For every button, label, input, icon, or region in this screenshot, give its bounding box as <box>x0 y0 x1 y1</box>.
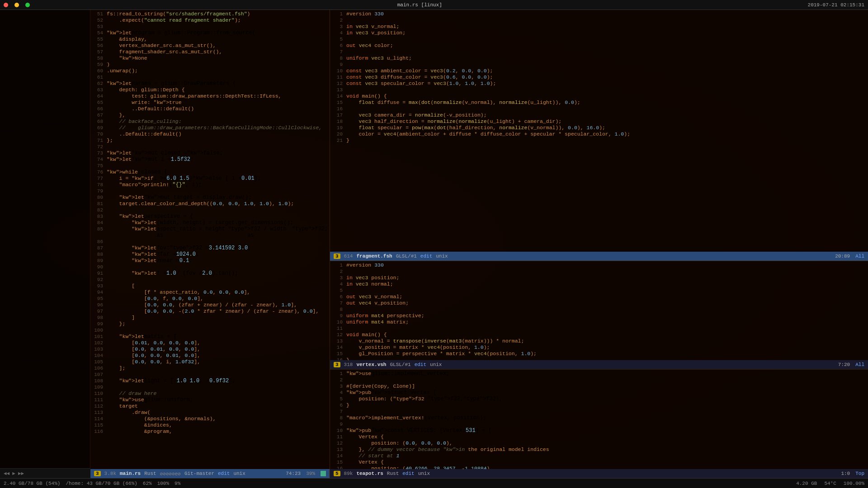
line-content: } <box>346 402 349 408</box>
table-row: 113 .draw( <box>90 409 330 416</box>
table-row: 6 out vec3 v_normal; <box>330 294 868 300</box>
line-content: "kw">let <box>107 251 156 258</box>
line-number: 75 <box>92 163 107 169</box>
table-row: 8 <box>330 306 868 313</box>
media-controls[interactable]: ◀◀ ▶ ▶▶ <box>0 468 90 478</box>
line-number: 64 <box>92 93 107 99</box>
table-row: 18 vec3 half_direction = normalize(norma… <box>330 118 868 125</box>
memory-info: 2.40 GB/78 GB (54%) <box>4 481 60 486</box>
line-number: 78 <box>92 182 107 188</box>
table-row: 92 <box>90 277 330 283</box>
pane-filename-vert: vertex.vsh <box>356 362 386 367</box>
pane-num-teapot: 5 <box>334 471 340 476</box>
scroll-indicator <box>321 471 326 476</box>
line-number: 106 <box>92 365 107 371</box>
home-info: /home: 43 GB/70 GB (66%) <box>66 481 137 486</box>
pane-size: 3.8k <box>104 471 116 476</box>
pane-teapot-rs: 1 "kw">use glium::implement_vertex; 2 3 … <box>330 370 868 478</box>
line-content: } <box>346 137 349 144</box>
line-content: // start at 1 <box>346 453 399 459</box>
line-content: #version 330 <box>346 11 384 17</box>
table-row: 107 <box>90 371 330 378</box>
table-row: 16 } <box>330 357 868 360</box>
title-bar: main.rs [linux] 2019-07-21 02:15:31 <box>0 0 868 10</box>
table-row: 91 "kw">let f = 1.0 / (fov / 2.0).tan(); <box>90 270 330 277</box>
code-area-teapot[interactable]: 1 "kw">use glium::implement_vertex; 2 3 … <box>330 370 868 469</box>
table-row: 1 "kw">use glium::implement_vertex; <box>330 371 868 377</box>
line-number: 2 <box>332 377 346 383</box>
line-number: 80 <box>92 194 107 201</box>
line-content: [0.01, 0.0, 0.0, 0.0], <box>107 340 200 346</box>
editor-container: 51 fs::read_to_string("src/shaders/fragm… <box>90 10 868 478</box>
code-area-fragment[interactable]: 1 #version 330 2 3 in vec3 v_normal; 4 i… <box>330 10 868 252</box>
line-number: 69 <box>92 125 107 131</box>
pane-filename: main.rs <box>120 471 141 476</box>
line-content: out vec3 v_normal; <box>346 294 402 300</box>
line-content: uniform mat4 matrix; <box>346 319 409 325</box>
table-row: 11 <box>330 325 868 332</box>
line-content: uniform mat4 perspective; <box>346 313 425 319</box>
table-row: 10 "kw">pub "kw">const VERTICES: [Vertex… <box>330 427 868 434</box>
line-content: const vec3 ambient_color = vec3(0.2, 0.0… <box>346 68 493 74</box>
line-number: 77 <box>92 175 107 182</box>
line-content: &display, <box>107 36 147 42</box>
line-number: 66 <box>92 106 107 112</box>
table-row: 78 "macro">println!("{}", i); <box>90 182 330 188</box>
line-content: i = "kw">if <box>107 175 154 182</box>
window-controls[interactable] <box>4 3 32 7</box>
play-button[interactable]: ▶ <box>12 470 15 476</box>
line-number: 12 <box>332 440 346 446</box>
line-number: 57 <box>92 49 107 55</box>
table-row: 104 [0.0, 0.0, 0.01, 0.0], <box>90 352 330 359</box>
line-number: 5 <box>332 36 346 42</box>
line-content: "kw">let <box>107 220 156 226</box>
next-track-button[interactable]: ▶▶ <box>18 470 24 476</box>
table-row: 67 }, <box>90 112 330 118</box>
line-content: [0.0, 0.0, i, 1.0f32], <box>107 359 200 365</box>
table-row: 100 <box>90 327 330 333</box>
line-content: &indices, <box>107 422 172 428</box>
table-row: 51 fs::read_to_string("src/shaders/fragm… <box>90 11 330 17</box>
line-number: 8 <box>332 55 346 61</box>
line-number: 59 <box>92 61 107 68</box>
code-lines-teapot: 1 "kw">use glium::implement_vertex; 2 3 … <box>330 371 868 469</box>
line-content: [0.0, 0.01, 0.0, 0.0], <box>107 346 200 352</box>
brightness-info: 100% <box>157 481 169 486</box>
line-content: fs::read_to_string("src/shaders/fragment… <box>107 11 250 17</box>
line-content: float diffuse = max(dot(normalize(v_norm… <box>346 99 580 106</box>
line-number: 110 <box>92 390 107 397</box>
statusbar-teapot: 5 89k teapot.rs Rust edit unix 1:0 Top <box>330 469 868 478</box>
table-row: 6 out vec4 color; <box>330 42 868 49</box>
table-row: 4 "kw">pub "kw">struct Vertex { <box>330 389 868 396</box>
pane-mode: edit <box>218 471 230 476</box>
close-button[interactable] <box>4 3 8 7</box>
line-number: 1 <box>332 262 346 268</box>
table-row: 21 } <box>330 137 868 144</box>
line-number: 6 <box>332 42 346 49</box>
line-content: position: (0.0, 0.0, 0.0), <box>346 440 453 446</box>
line-number: 70 <box>92 131 107 137</box>
pane-num: 3 <box>94 471 101 476</box>
minimize-button[interactable] <box>14 3 19 7</box>
prev-track-button[interactable]: ◀◀ <box>4 470 9 476</box>
line-number: 55 <box>92 36 107 42</box>
line-content: position: (40.6266, 28.3457, -1.10884), <box>346 465 493 469</box>
line-content: "kw">let <box>107 378 144 384</box>
maximize-button[interactable] <box>25 3 30 7</box>
line-number: 87 <box>92 245 107 251</box>
line-number: 109 <box>92 384 107 390</box>
table-row: 102 [0.01, 0.0, 0.0, 0.0], <box>90 340 330 346</box>
code-lines-vertex: 1 #version 330 2 3 in vec3 position; 4 i… <box>330 262 868 360</box>
line-number: 4 <box>332 30 346 36</box>
table-row: 19 float specular = pow(max(dot(half_dir… <box>330 125 868 131</box>
code-area-vertex[interactable]: 1 #version 330 2 3 in vec3 position; 4 i… <box>330 261 868 360</box>
line-content: in vec3 v_normal; <box>346 23 399 30</box>
code-area-main-rs[interactable]: 51 fs::read_to_string("src/shaders/fragm… <box>90 10 330 469</box>
line-content: Vertex { <box>346 459 384 465</box>
line-content: "kw">let <box>107 213 144 220</box>
table-row: 3 in vec3 v_normal; <box>330 23 868 30</box>
line-number: 98 <box>92 314 107 321</box>
line-number: 62 <box>92 80 107 87</box>
table-row: 9 uniform mat4 perspective; <box>330 313 868 319</box>
line-content: .draw( <box>107 409 151 416</box>
